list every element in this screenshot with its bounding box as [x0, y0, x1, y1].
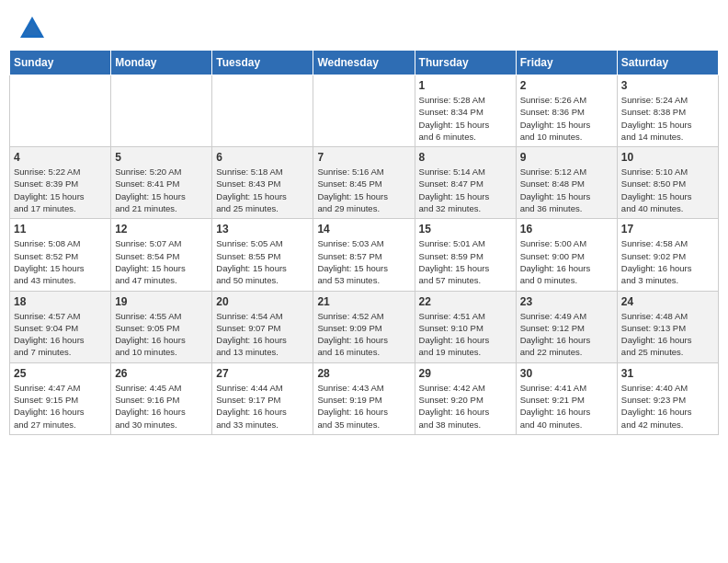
- day-number: 8: [419, 151, 512, 164]
- week-row-1: 1Sunrise: 5:28 AM Sunset: 8:34 PM Daylig…: [10, 75, 719, 147]
- day-number: 2: [520, 79, 613, 92]
- calendar-cell: 19Sunrise: 4:55 AM Sunset: 9:05 PM Dayli…: [111, 291, 212, 362]
- calendar-header: SundayMondayTuesdayWednesdayThursdayFrid…: [10, 51, 719, 75]
- day-number: 16: [520, 223, 613, 236]
- calendar-cell: [111, 75, 212, 147]
- day-info: Sunrise: 4:55 AM Sunset: 9:05 PM Dayligh…: [115, 310, 208, 359]
- day-number: 24: [621, 295, 714, 308]
- day-number: 23: [520, 295, 613, 308]
- calendar-cell: [212, 75, 313, 147]
- day-info: Sunrise: 5:14 AM Sunset: 8:47 PM Dayligh…: [419, 166, 512, 214]
- calendar-cell: [10, 75, 111, 147]
- day-number: 5: [115, 151, 208, 164]
- day-info: Sunrise: 5:22 AM Sunset: 8:39 PM Dayligh…: [14, 166, 107, 214]
- day-info: Sunrise: 5:00 AM Sunset: 9:00 PM Dayligh…: [520, 237, 613, 286]
- day-number: 28: [317, 367, 410, 380]
- calendar-cell: 30Sunrise: 4:41 AM Sunset: 9:21 PM Dayli…: [516, 362, 617, 434]
- calendar-body: 1Sunrise: 5:28 AM Sunset: 8:34 PM Daylig…: [10, 75, 719, 435]
- header-row: SundayMondayTuesdayWednesdayThursdayFrid…: [10, 51, 719, 75]
- day-number: 31: [621, 367, 714, 380]
- calendar-cell: [313, 75, 415, 147]
- calendar-table: SundayMondayTuesdayWednesdayThursdayFrid…: [9, 50, 719, 435]
- calendar-cell: 17Sunrise: 4:58 AM Sunset: 9:02 PM Dayli…: [617, 219, 718, 291]
- calendar-cell: 12Sunrise: 5:07 AM Sunset: 8:54 PM Dayli…: [111, 219, 212, 291]
- calendar-cell: 4Sunrise: 5:22 AM Sunset: 8:39 PM Daylig…: [10, 147, 111, 219]
- day-number: 7: [317, 151, 410, 164]
- day-header-monday: Monday: [111, 51, 212, 75]
- calendar-cell: 28Sunrise: 4:43 AM Sunset: 9:19 PM Dayli…: [313, 362, 415, 434]
- week-row-5: 25Sunrise: 4:47 AM Sunset: 9:15 PM Dayli…: [10, 362, 719, 434]
- day-info: Sunrise: 5:16 AM Sunset: 8:45 PM Dayligh…: [317, 166, 410, 214]
- day-number: 11: [14, 223, 107, 236]
- day-info: Sunrise: 4:43 AM Sunset: 9:19 PM Dayligh…: [317, 382, 410, 431]
- day-number: 9: [520, 151, 613, 164]
- day-info: Sunrise: 5:28 AM Sunset: 8:34 PM Dayligh…: [419, 94, 512, 143]
- day-number: 14: [317, 223, 410, 236]
- calendar-cell: 23Sunrise: 4:49 AM Sunset: 9:12 PM Dayli…: [516, 291, 617, 362]
- day-info: Sunrise: 4:45 AM Sunset: 9:16 PM Dayligh…: [115, 382, 208, 431]
- calendar-cell: 21Sunrise: 4:52 AM Sunset: 9:09 PM Dayli…: [313, 291, 415, 362]
- day-number: 27: [216, 367, 309, 380]
- calendar-cell: 31Sunrise: 4:40 AM Sunset: 9:23 PM Dayli…: [617, 362, 718, 434]
- calendar-cell: 22Sunrise: 4:51 AM Sunset: 9:10 PM Dayli…: [415, 291, 516, 362]
- day-info: Sunrise: 5:18 AM Sunset: 8:43 PM Dayligh…: [216, 166, 309, 214]
- day-info: Sunrise: 5:26 AM Sunset: 8:36 PM Dayligh…: [520, 94, 613, 143]
- calendar-cell: 18Sunrise: 4:57 AM Sunset: 9:04 PM Dayli…: [10, 291, 111, 362]
- day-info: Sunrise: 4:41 AM Sunset: 9:21 PM Dayligh…: [520, 382, 613, 431]
- day-number: 10: [621, 151, 714, 164]
- day-number: 17: [621, 223, 714, 236]
- calendar-cell: 1Sunrise: 5:28 AM Sunset: 8:34 PM Daylig…: [415, 75, 516, 147]
- day-header-thursday: Thursday: [415, 51, 516, 75]
- day-number: 25: [14, 367, 107, 380]
- calendar-cell: 16Sunrise: 5:00 AM Sunset: 9:00 PM Dayli…: [516, 219, 617, 291]
- day-header-tuesday: Tuesday: [212, 51, 313, 75]
- calendar-cell: 3Sunrise: 5:24 AM Sunset: 8:38 PM Daylig…: [617, 75, 718, 147]
- calendar-cell: 13Sunrise: 5:05 AM Sunset: 8:55 PM Dayli…: [212, 219, 313, 291]
- day-number: 20: [216, 295, 309, 308]
- calendar-cell: 10Sunrise: 5:10 AM Sunset: 8:50 PM Dayli…: [617, 147, 718, 219]
- day-number: 13: [216, 223, 309, 236]
- day-number: 29: [419, 367, 512, 380]
- day-info: Sunrise: 4:40 AM Sunset: 9:23 PM Dayligh…: [621, 382, 714, 431]
- day-info: Sunrise: 5:07 AM Sunset: 8:54 PM Dayligh…: [115, 237, 208, 286]
- day-number: 26: [115, 367, 208, 380]
- day-info: Sunrise: 4:52 AM Sunset: 9:09 PM Dayligh…: [317, 310, 410, 359]
- calendar-cell: 24Sunrise: 4:48 AM Sunset: 9:13 PM Dayli…: [617, 291, 718, 362]
- day-number: 21: [317, 295, 410, 308]
- calendar-cell: 14Sunrise: 5:03 AM Sunset: 8:57 PM Dayli…: [313, 219, 415, 291]
- day-info: Sunrise: 5:12 AM Sunset: 8:48 PM Dayligh…: [520, 166, 613, 214]
- day-number: 22: [419, 295, 512, 308]
- calendar-cell: 9Sunrise: 5:12 AM Sunset: 8:48 PM Daylig…: [516, 147, 617, 219]
- calendar-cell: 11Sunrise: 5:08 AM Sunset: 8:52 PM Dayli…: [10, 219, 111, 291]
- calendar-cell: 6Sunrise: 5:18 AM Sunset: 8:43 PM Daylig…: [212, 147, 313, 219]
- day-info: Sunrise: 5:10 AM Sunset: 8:50 PM Dayligh…: [621, 166, 714, 214]
- calendar-cell: 8Sunrise: 5:14 AM Sunset: 8:47 PM Daylig…: [415, 147, 516, 219]
- day-info: Sunrise: 4:49 AM Sunset: 9:12 PM Dayligh…: [520, 310, 613, 359]
- day-info: Sunrise: 4:44 AM Sunset: 9:17 PM Dayligh…: [216, 382, 309, 431]
- day-info: Sunrise: 5:08 AM Sunset: 8:52 PM Dayligh…: [14, 237, 107, 286]
- day-info: Sunrise: 4:51 AM Sunset: 9:10 PM Dayligh…: [419, 310, 512, 359]
- day-info: Sunrise: 4:58 AM Sunset: 9:02 PM Dayligh…: [621, 237, 714, 286]
- day-number: 1: [419, 79, 512, 92]
- day-info: Sunrise: 5:03 AM Sunset: 8:57 PM Dayligh…: [317, 237, 410, 286]
- week-row-2: 4Sunrise: 5:22 AM Sunset: 8:39 PM Daylig…: [10, 147, 719, 219]
- day-header-wednesday: Wednesday: [313, 51, 415, 75]
- day-header-saturday: Saturday: [617, 51, 718, 75]
- day-info: Sunrise: 4:48 AM Sunset: 9:13 PM Dayligh…: [621, 310, 714, 359]
- day-number: 18: [14, 295, 107, 308]
- day-info: Sunrise: 4:47 AM Sunset: 9:15 PM Dayligh…: [14, 382, 107, 431]
- day-number: 3: [621, 79, 714, 92]
- day-number: 19: [115, 295, 208, 308]
- week-row-4: 18Sunrise: 4:57 AM Sunset: 9:04 PM Dayli…: [10, 291, 719, 362]
- day-number: 6: [216, 151, 309, 164]
- calendar-cell: 2Sunrise: 5:26 AM Sunset: 8:36 PM Daylig…: [516, 75, 617, 147]
- day-header-sunday: Sunday: [10, 51, 111, 75]
- day-info: Sunrise: 5:01 AM Sunset: 8:59 PM Dayligh…: [419, 237, 512, 286]
- calendar-cell: 7Sunrise: 5:16 AM Sunset: 8:45 PM Daylig…: [313, 147, 415, 219]
- day-number: 15: [419, 223, 512, 236]
- day-header-friday: Friday: [516, 51, 617, 75]
- calendar-cell: 25Sunrise: 4:47 AM Sunset: 9:15 PM Dayli…: [10, 362, 111, 434]
- day-info: Sunrise: 5:20 AM Sunset: 8:41 PM Dayligh…: [115, 166, 208, 214]
- calendar-cell: 15Sunrise: 5:01 AM Sunset: 8:59 PM Dayli…: [415, 219, 516, 291]
- calendar-cell: 5Sunrise: 5:20 AM Sunset: 8:41 PM Daylig…: [111, 147, 212, 219]
